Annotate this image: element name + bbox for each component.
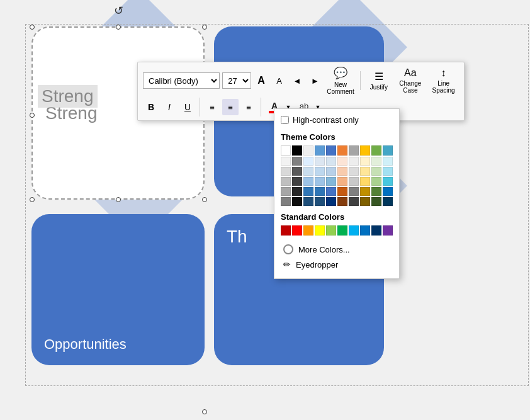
shade-3-5[interactable] bbox=[337, 187, 347, 196]
shade-1-6[interactable] bbox=[349, 167, 359, 176]
shade-2-6[interactable] bbox=[349, 177, 359, 186]
shade-3-6[interactable] bbox=[349, 187, 359, 196]
justify-button[interactable]: ☰ Justify bbox=[365, 66, 392, 95]
handle-tr[interactable] bbox=[202, 25, 207, 30]
shade-4-9[interactable] bbox=[383, 197, 393, 206]
theme-color-blue1[interactable] bbox=[315, 145, 325, 156]
shade-3-3[interactable] bbox=[315, 187, 325, 196]
shade-1-5[interactable] bbox=[337, 167, 347, 176]
shade-4-4[interactable] bbox=[326, 197, 336, 206]
shade-0-5[interactable] bbox=[337, 157, 347, 166]
blue-rect-bottomleft[interactable]: Opportunities bbox=[31, 214, 205, 365]
shade-0-2[interactable] bbox=[303, 157, 313, 166]
increase-font-button[interactable]: A bbox=[254, 72, 269, 89]
std-color-red[interactable] bbox=[292, 225, 302, 236]
shade-0-8[interactable] bbox=[371, 157, 381, 166]
shade-2-3[interactable] bbox=[315, 177, 325, 186]
shade-0-7[interactable] bbox=[360, 157, 370, 166]
shade-3-8[interactable] bbox=[371, 187, 381, 196]
shade-3-2[interactable] bbox=[303, 187, 313, 196]
theme-color-light[interactable] bbox=[303, 145, 313, 156]
new-comment-button[interactable]: 💬 New Comment bbox=[325, 66, 356, 95]
line-spacing-button[interactable]: ↕ Line Spacing bbox=[428, 66, 459, 95]
align-left-button[interactable]: ≡ bbox=[204, 99, 220, 115]
high-contrast-checkbox[interactable] bbox=[281, 116, 289, 124]
shade-4-8[interactable] bbox=[371, 197, 381, 206]
shade-4-6[interactable] bbox=[349, 197, 359, 206]
more-colors-item[interactable]: More Colors... bbox=[281, 242, 393, 257]
shade-0-9[interactable] bbox=[383, 157, 393, 166]
theme-color-white[interactable] bbox=[281, 145, 291, 156]
shade-0-4[interactable] bbox=[326, 157, 336, 166]
shade-2-5[interactable] bbox=[337, 177, 347, 186]
shade-2-7[interactable] bbox=[360, 177, 370, 186]
shade-2-0[interactable] bbox=[281, 177, 291, 186]
shade-0-3[interactable] bbox=[315, 157, 325, 166]
handle-tc[interactable] bbox=[116, 25, 121, 30]
font-select[interactable]: Calibri (Body) bbox=[143, 72, 220, 89]
shade-1-4[interactable] bbox=[326, 167, 336, 176]
shade-4-0[interactable] bbox=[281, 197, 291, 206]
shade-4-1[interactable] bbox=[292, 197, 302, 206]
shade-2-9[interactable] bbox=[383, 177, 393, 186]
handle-bc[interactable] bbox=[116, 197, 121, 202]
change-case-button[interactable]: Aa Change Case bbox=[395, 66, 426, 95]
italic-button[interactable]: I bbox=[161, 99, 178, 115]
theme-color-teal[interactable] bbox=[383, 145, 393, 156]
shade-2-8[interactable] bbox=[371, 177, 381, 186]
std-color-dkblue[interactable] bbox=[371, 225, 381, 236]
align-center-button[interactable]: ≡ bbox=[222, 99, 239, 115]
handle-bottom-center[interactable] bbox=[202, 409, 207, 414]
align-right-button[interactable]: ≡ bbox=[240, 99, 257, 115]
std-color-yellow[interactable] bbox=[315, 225, 325, 236]
shade-1-1[interactable] bbox=[292, 167, 302, 176]
theme-color-black[interactable] bbox=[292, 145, 302, 156]
shade-3-4[interactable] bbox=[326, 187, 336, 196]
decrease-indent-button[interactable]: ◄ bbox=[290, 72, 305, 89]
bold-button[interactable]: B bbox=[143, 99, 159, 115]
handle-ml[interactable] bbox=[30, 113, 35, 118]
shade-3-1[interactable] bbox=[292, 187, 302, 196]
shade-0-0[interactable] bbox=[281, 157, 291, 166]
shade-3-0[interactable] bbox=[281, 187, 291, 196]
underline-button[interactable]: U bbox=[179, 99, 196, 115]
handle-br[interactable] bbox=[202, 197, 207, 202]
std-color-darkred[interactable] bbox=[281, 225, 291, 236]
theme-color-blue2[interactable] bbox=[326, 145, 336, 156]
shade-1-0[interactable] bbox=[281, 167, 291, 176]
shade-0-1[interactable] bbox=[292, 157, 302, 166]
shade-1-9[interactable] bbox=[383, 167, 393, 176]
shade-1-3[interactable] bbox=[315, 167, 325, 176]
std-color-green[interactable] bbox=[337, 225, 347, 236]
theme-color-gray[interactable] bbox=[349, 145, 359, 156]
shade-1-8[interactable] bbox=[371, 167, 381, 176]
shade-4-5[interactable] bbox=[337, 197, 347, 206]
shade-3-7[interactable] bbox=[360, 187, 370, 196]
shade-2-4[interactable] bbox=[326, 177, 336, 186]
theme-color-orange[interactable] bbox=[337, 145, 347, 156]
shade-3-9[interactable] bbox=[383, 187, 393, 196]
std-color-blue[interactable] bbox=[360, 225, 370, 236]
theme-color-gold[interactable] bbox=[360, 145, 370, 156]
std-color-orange[interactable] bbox=[303, 225, 313, 236]
decrease-font-button[interactable]: A bbox=[271, 72, 286, 89]
rotation-handle[interactable]: ↺ bbox=[113, 4, 123, 14]
shade-4-3[interactable] bbox=[315, 197, 325, 206]
std-color-ltblue[interactable] bbox=[349, 225, 359, 236]
eyedropper-item[interactable]: ✏ Eyedropper bbox=[281, 257, 393, 272]
shade-2-1[interactable] bbox=[292, 177, 302, 186]
shade-4-7[interactable] bbox=[360, 197, 370, 206]
shade-1-7[interactable] bbox=[360, 167, 370, 176]
font-size-select[interactable]: 27 bbox=[222, 72, 251, 89]
shade-1-2[interactable] bbox=[303, 167, 313, 176]
theme-color-green[interactable] bbox=[371, 145, 381, 156]
high-contrast-option[interactable]: High-contrast only bbox=[281, 115, 393, 125]
shade-4-2[interactable] bbox=[303, 197, 313, 206]
shade-2-2[interactable] bbox=[303, 177, 313, 186]
increase-indent-button[interactable]: ► bbox=[307, 72, 322, 89]
std-color-lime[interactable] bbox=[326, 225, 336, 236]
shade-0-6[interactable] bbox=[349, 157, 359, 166]
std-color-purple[interactable] bbox=[383, 225, 393, 236]
handle-tl[interactable] bbox=[30, 25, 35, 30]
handle-bl[interactable] bbox=[30, 197, 35, 202]
